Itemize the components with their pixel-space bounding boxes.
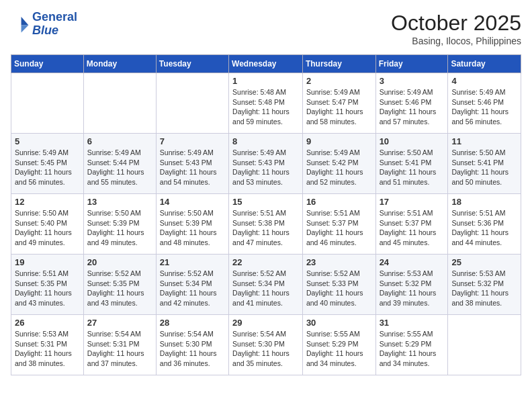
day-info: Sunrise: 5:49 AM Sunset: 5:44 PM Dayligh… [87, 148, 152, 187]
logo-line2: Blue [32, 24, 58, 37]
calendar-week-2: 12Sunrise: 5:50 AM Sunset: 5:40 PM Dayli… [11, 194, 521, 255]
calendar-cell: 11Sunrise: 5:50 AM Sunset: 5:41 PM Dayli… [448, 134, 521, 194]
weekday-saturday: Saturday [448, 55, 521, 73]
day-info: Sunrise: 5:50 AM Sunset: 5:41 PM Dayligh… [451, 148, 517, 187]
day-number: 21 [160, 257, 225, 267]
calendar-cell: 22Sunrise: 5:52 AM Sunset: 5:34 PM Dayli… [229, 255, 303, 315]
day-info: Sunrise: 5:55 AM Sunset: 5:29 PM Dayligh… [306, 329, 372, 369]
calendar-cell: 28Sunrise: 5:54 AM Sunset: 5:30 PM Dayli… [156, 315, 228, 375]
weekday-tuesday: Tuesday [156, 55, 228, 73]
calendar-table: SundayMondayTuesdayWednesdayThursdayFrid… [11, 54, 521, 375]
day-number: 4 [451, 76, 517, 86]
calendar-cell: 1Sunrise: 5:48 AM Sunset: 5:48 PM Daylig… [229, 73, 303, 134]
day-info: Sunrise: 5:49 AM Sunset: 5:46 PM Dayligh… [451, 87, 517, 127]
day-info: Sunrise: 5:52 AM Sunset: 5:33 PM Dayligh… [306, 269, 372, 308]
day-info: Sunrise: 5:49 AM Sunset: 5:45 PM Dayligh… [15, 148, 80, 187]
day-info: Sunrise: 5:53 AM Sunset: 5:32 PM Dayligh… [380, 269, 445, 308]
calendar-cell: 14Sunrise: 5:50 AM Sunset: 5:39 PM Dayli… [156, 194, 228, 255]
day-info: Sunrise: 5:50 AM Sunset: 5:39 PM Dayligh… [160, 208, 225, 248]
calendar-cell: 27Sunrise: 5:54 AM Sunset: 5:31 PM Dayli… [83, 315, 156, 375]
calendar-cell: 26Sunrise: 5:53 AM Sunset: 5:31 PM Dayli… [11, 315, 84, 375]
day-number: 15 [232, 197, 299, 207]
day-info: Sunrise: 5:53 AM Sunset: 5:31 PM Dayligh… [15, 329, 80, 369]
weekday-thursday: Thursday [302, 55, 375, 73]
day-info: Sunrise: 5:51 AM Sunset: 5:37 PM Dayligh… [380, 208, 445, 248]
calendar-cell: 23Sunrise: 5:52 AM Sunset: 5:33 PM Dayli… [302, 255, 375, 315]
day-number: 6 [87, 136, 152, 146]
day-number: 28 [160, 318, 225, 328]
day-number: 9 [306, 136, 372, 146]
calendar-week-4: 26Sunrise: 5:53 AM Sunset: 5:31 PM Dayli… [11, 315, 521, 375]
calendar-cell: 8Sunrise: 5:49 AM Sunset: 5:43 PM Daylig… [229, 134, 303, 194]
day-number: 20 [87, 257, 152, 267]
calendar-cell: 29Sunrise: 5:54 AM Sunset: 5:30 PM Dayli… [229, 315, 303, 375]
day-info: Sunrise: 5:49 AM Sunset: 5:46 PM Dayligh… [380, 87, 445, 127]
weekday-row: SundayMondayTuesdayWednesdayThursdayFrid… [11, 55, 521, 73]
calendar-cell: 12Sunrise: 5:50 AM Sunset: 5:40 PM Dayli… [11, 194, 84, 255]
calendar-body: 1Sunrise: 5:48 AM Sunset: 5:48 PM Daylig… [11, 73, 521, 375]
day-number: 30 [306, 318, 372, 328]
day-info: Sunrise: 5:51 AM Sunset: 5:38 PM Dayligh… [232, 208, 299, 248]
day-info: Sunrise: 5:50 AM Sunset: 5:39 PM Dayligh… [87, 208, 152, 248]
calendar-cell [83, 73, 156, 134]
logo: General Blue [11, 11, 77, 38]
calendar-cell: 7Sunrise: 5:49 AM Sunset: 5:43 PM Daylig… [156, 134, 228, 194]
weekday-monday: Monday [83, 55, 156, 73]
calendar-cell: 13Sunrise: 5:50 AM Sunset: 5:39 PM Dayli… [83, 194, 156, 255]
calendar-cell: 9Sunrise: 5:49 AM Sunset: 5:42 PM Daylig… [302, 134, 375, 194]
calendar-cell [11, 73, 84, 134]
weekday-sunday: Sunday [11, 55, 84, 73]
calendar-week-3: 19Sunrise: 5:51 AM Sunset: 5:35 PM Dayli… [11, 255, 521, 315]
calendar-cell: 31Sunrise: 5:55 AM Sunset: 5:29 PM Dayli… [375, 315, 448, 375]
calendar-cell: 24Sunrise: 5:53 AM Sunset: 5:32 PM Dayli… [375, 255, 448, 315]
day-info: Sunrise: 5:54 AM Sunset: 5:31 PM Dayligh… [87, 329, 152, 369]
day-number: 12 [15, 197, 80, 207]
day-info: Sunrise: 5:49 AM Sunset: 5:43 PM Dayligh… [232, 148, 299, 187]
day-info: Sunrise: 5:48 AM Sunset: 5:48 PM Dayligh… [232, 87, 299, 127]
day-info: Sunrise: 5:53 AM Sunset: 5:32 PM Dayligh… [451, 269, 517, 308]
calendar-cell: 18Sunrise: 5:51 AM Sunset: 5:36 PM Dayli… [448, 194, 521, 255]
day-info: Sunrise: 5:49 AM Sunset: 5:43 PM Dayligh… [160, 148, 225, 187]
day-number: 31 [380, 318, 445, 328]
svg-marker-0 [21, 17, 29, 25]
calendar-cell [448, 315, 521, 375]
day-number: 7 [160, 136, 225, 146]
day-number: 1 [232, 76, 299, 86]
day-info: Sunrise: 5:55 AM Sunset: 5:29 PM Dayligh… [380, 329, 445, 369]
day-number: 19 [15, 257, 80, 267]
calendar-cell: 3Sunrise: 5:49 AM Sunset: 5:46 PM Daylig… [375, 73, 448, 134]
weekday-wednesday: Wednesday [229, 55, 303, 73]
calendar-cell: 16Sunrise: 5:51 AM Sunset: 5:37 PM Dayli… [302, 194, 375, 255]
day-number: 11 [451, 136, 517, 146]
calendar-cell: 15Sunrise: 5:51 AM Sunset: 5:38 PM Dayli… [229, 194, 303, 255]
day-info: Sunrise: 5:52 AM Sunset: 5:35 PM Dayligh… [87, 269, 152, 308]
logo-text: General Blue [32, 11, 77, 38]
day-info: Sunrise: 5:51 AM Sunset: 5:36 PM Dayligh… [451, 208, 517, 248]
day-number: 16 [306, 197, 372, 207]
weekday-friday: Friday [375, 55, 448, 73]
day-number: 14 [160, 197, 225, 207]
day-info: Sunrise: 5:49 AM Sunset: 5:47 PM Dayligh… [306, 87, 372, 127]
day-number: 24 [380, 257, 445, 267]
day-info: Sunrise: 5:50 AM Sunset: 5:41 PM Dayligh… [380, 148, 445, 187]
calendar-week-0: 1Sunrise: 5:48 AM Sunset: 5:48 PM Daylig… [11, 73, 521, 134]
day-info: Sunrise: 5:54 AM Sunset: 5:30 PM Dayligh… [232, 329, 299, 369]
calendar-week-1: 5Sunrise: 5:49 AM Sunset: 5:45 PM Daylig… [11, 134, 521, 194]
calendar-cell: 4Sunrise: 5:49 AM Sunset: 5:46 PM Daylig… [448, 73, 521, 134]
calendar-cell: 10Sunrise: 5:50 AM Sunset: 5:41 PM Dayli… [375, 134, 448, 194]
day-number: 10 [380, 136, 445, 146]
day-info: Sunrise: 5:51 AM Sunset: 5:35 PM Dayligh… [15, 269, 80, 308]
page-header: General Blue October 2025 Basing, Ilocos… [11, 11, 521, 46]
month-title: October 2025 [391, 11, 521, 36]
title-block: October 2025 Basing, Ilocos, Philippines [391, 11, 521, 46]
calendar-header: SundayMondayTuesdayWednesdayThursdayFrid… [11, 55, 521, 73]
calendar-cell: 30Sunrise: 5:55 AM Sunset: 5:29 PM Dayli… [302, 315, 375, 375]
day-info: Sunrise: 5:51 AM Sunset: 5:37 PM Dayligh… [306, 208, 372, 248]
day-info: Sunrise: 5:52 AM Sunset: 5:34 PM Dayligh… [160, 269, 225, 308]
day-number: 17 [380, 197, 445, 207]
calendar-cell: 2Sunrise: 5:49 AM Sunset: 5:47 PM Daylig… [302, 73, 375, 134]
day-number: 22 [232, 257, 299, 267]
day-info: Sunrise: 5:54 AM Sunset: 5:30 PM Dayligh… [160, 329, 225, 369]
day-number: 13 [87, 197, 152, 207]
day-info: Sunrise: 5:52 AM Sunset: 5:34 PM Dayligh… [232, 269, 299, 308]
